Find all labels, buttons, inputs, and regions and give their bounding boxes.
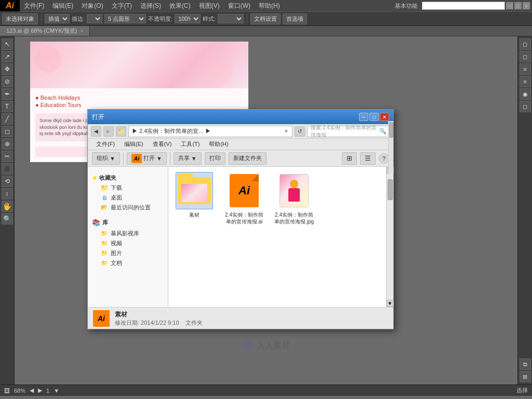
close-button[interactable]: × <box>523 2 530 9</box>
menu-help[interactable]: 帮助(H) <box>255 1 284 11</box>
right-btn-1[interactable]: ◻ <box>520 38 531 50</box>
scale-tool[interactable]: ↕ <box>2 188 13 200</box>
dialog-maximize-button[interactable]: □ <box>369 113 379 121</box>
canvas-area[interactable]: Beach Holidays Education Tours Some dkjd… <box>15 36 517 384</box>
open-button[interactable]: Ai 打开 ▼ <box>127 152 167 165</box>
view-toggle-button[interactable]: ⊞ <box>342 152 357 165</box>
toolbar-separator-1 <box>41 14 42 23</box>
sidebar-item-video[interactable]: 📁 视频 <box>88 238 168 248</box>
rotate-tool[interactable]: ⟲ <box>2 176 13 187</box>
pen-tool[interactable]: ✒ <box>2 88 13 100</box>
doc-tab-close[interactable]: × <box>81 28 84 34</box>
view-list-button[interactable]: ☰ <box>360 152 376 165</box>
watermark: Ⓜ 人人素材 <box>242 338 290 353</box>
sidebar-item-docs[interactable]: 📁 文档 <box>88 258 168 268</box>
hand-tool[interactable]: 🖐 <box>2 201 13 212</box>
organize-button[interactable]: 组织 ▼ <box>92 152 120 165</box>
dialog-menubar: 文件(F) 编辑(E) 查看(V) 工具(T) 帮助(H) <box>88 139 393 150</box>
selection-mode-select[interactable]: 插值 <box>45 14 70 23</box>
dialog-scrollbar[interactable]: ▲ ▼ <box>386 167 393 307</box>
right-btn-8[interactable]: ⊞ <box>520 371 531 382</box>
address-path[interactable]: ▶ 2.4实例：制作简单的宣... ▶ ▼ <box>128 126 292 137</box>
file-item-jpg[interactable]: 2.4实例：制作简单的宣传海报.jpg <box>273 172 315 225</box>
paintbucket-tool[interactable]: ⊕ <box>2 138 13 150</box>
jpg-preview <box>280 175 308 207</box>
menu-select[interactable]: 选择(S) <box>136 1 165 11</box>
dialog-menu-help[interactable]: 帮助(H) <box>205 139 232 149</box>
search-input[interactable] <box>422 2 505 10</box>
menu-effect[interactable]: 效果(C) <box>165 1 195 11</box>
zoom-tool[interactable]: 🔍 <box>2 213 13 224</box>
selected-file-name: 素材 <box>115 310 203 319</box>
point-shape-select[interactable]: 5 点圆形 <box>104 14 146 23</box>
dialog-minimize-button[interactable]: ─ <box>359 113 368 121</box>
file-item-ai[interactable]: Ai 2.4实例：制作简单的宣传海报.ai <box>223 172 265 225</box>
lasso-tool[interactable]: ⊘ <box>2 76 13 87</box>
sidebar-item-recent[interactable]: 📂 最近访问的位置 <box>88 203 168 212</box>
nav-forward-button[interactable]: ▶ <box>103 126 114 137</box>
right-btn-2[interactable]: ◻ <box>520 51 531 62</box>
new-folder-button[interactable]: 新建文件夹 <box>229 152 267 165</box>
stroke-select[interactable] <box>87 14 102 23</box>
ai-logo: Ai <box>238 185 250 196</box>
text-tool[interactable]: T <box>2 101 13 112</box>
menu-view[interactable]: 视图(V) <box>195 1 224 11</box>
sidebar-item-download[interactable]: 📁 下载 <box>88 183 168 193</box>
sidebar-label-media: 暴风影视库 <box>111 230 139 237</box>
direct-select-tool[interactable]: ↗ <box>2 51 13 62</box>
sidebar-item-pictures[interactable]: 📁 图片 <box>88 248 168 258</box>
dialog-menu-tools[interactable]: 工具(T) <box>177 139 204 149</box>
right-btn-7[interactable]: ⧉ <box>520 358 531 370</box>
style-select[interactable] <box>218 14 244 23</box>
right-btn-3[interactable]: ≡ <box>520 63 531 75</box>
preferences-button[interactable]: 首选项 <box>283 14 307 24</box>
rect-tool[interactable]: ◻ <box>2 126 13 137</box>
file-label-jpg: 2.4实例：制作简单的宣传海报.jpg <box>273 211 315 225</box>
libraries-header[interactable]: 📚 库 <box>88 217 168 229</box>
scissors-tool[interactable]: ✂ <box>2 151 13 162</box>
refresh-button[interactable]: ↺ <box>295 126 305 137</box>
right-btn-6[interactable]: ◻ <box>520 101 531 112</box>
docs-icon: 📁 <box>100 260 109 267</box>
menu-window[interactable]: 窗口(W) <box>224 1 255 11</box>
file-item-sucai[interactable]: 素材 <box>174 172 215 225</box>
print-button[interactable]: 打印 <box>205 152 225 165</box>
scroll-down-arrow[interactable]: ▼ <box>387 300 394 307</box>
workspace-label: 基本功能 <box>392 2 421 10</box>
fill-tool[interactable]: ⬛ <box>2 163 13 175</box>
menu-edit[interactable]: 编辑(E) <box>48 1 77 11</box>
sidebar-item-media[interactable]: 📁 暴风影视库 <box>88 229 168 238</box>
minimize-button[interactable]: ─ <box>506 2 513 9</box>
scroll-thumb[interactable] <box>388 179 393 200</box>
scroll-track[interactable] <box>387 174 393 300</box>
doc-settings-button[interactable]: 文档设置 <box>250 14 281 24</box>
move-tool[interactable]: ✥ <box>2 63 13 75</box>
menu-text[interactable]: 文字(T) <box>108 1 136 11</box>
sidebar-item-desktop[interactable]: 🖥 桌面 <box>88 193 168 203</box>
open-dropdown-icon: ▼ <box>156 155 162 162</box>
path-dropdown-icon[interactable]: ▼ <box>284 128 289 134</box>
dialog-close-button[interactable]: ✕ <box>380 113 389 121</box>
dialog-menu-view[interactable]: 查看(V) <box>149 139 176 149</box>
search-box[interactable]: 搜索 2.4实例：制作简单的宣传海报 🔍 <box>307 126 390 137</box>
nav-back-button[interactable]: ◀ <box>91 126 101 137</box>
nav-up-button[interactable]: 📁 <box>116 126 126 137</box>
maximize-button[interactable]: □ <box>514 2 522 9</box>
share-button[interactable]: 共享 ▼ <box>174 152 202 165</box>
dialog-menu-edit[interactable]: 编辑(E) <box>120 139 148 149</box>
right-btn-5[interactable]: ◉ <box>520 88 531 100</box>
folder-preview <box>181 184 207 202</box>
dialog-menu-file[interactable]: 文件(F) <box>92 139 119 149</box>
share-label: 共享 <box>178 154 190 162</box>
right-btn-4[interactable]: ≡ <box>520 76 531 87</box>
menu-file[interactable]: 文件(F) <box>20 1 48 11</box>
select-tool[interactable]: ↖ <box>2 38 13 50</box>
doc-tab-item[interactable]: 123.ai @ 68% (CMYK/预览) × <box>0 26 90 36</box>
help-icon-button[interactable]: ? <box>379 153 389 164</box>
opacity-select[interactable]: 100% <box>175 14 201 23</box>
menu-object[interactable]: 对象(O) <box>77 1 107 11</box>
line-tool[interactable]: ╱ <box>2 113 13 125</box>
favorites-header[interactable]: ★ 收藏夹 <box>88 173 168 183</box>
selected-file-info: 素材 修改日期: 2014/1/22 9:10 文件夹 <box>115 310 203 327</box>
app-window-controls: 基本功能 ─ □ × <box>392 2 532 10</box>
